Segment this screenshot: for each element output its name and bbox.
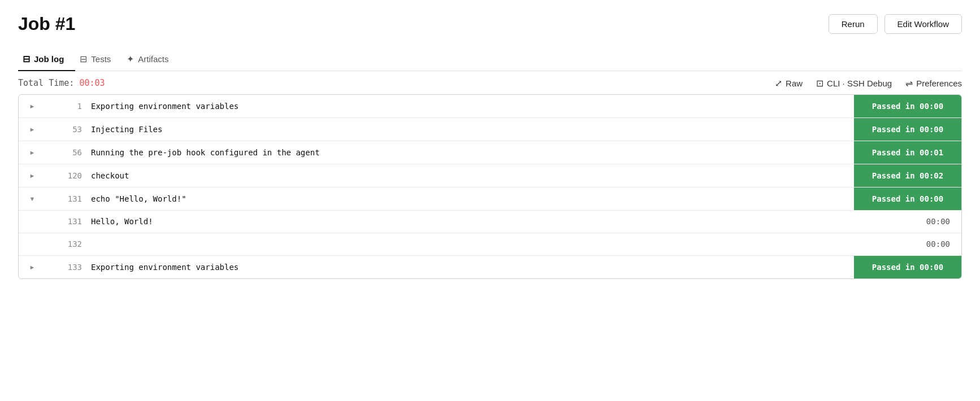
tabs: ⊟ Job log ⊟ Tests ✦ Artifacts [18, 48, 962, 71]
status-badge: Passed in 00:00 [854, 188, 961, 210]
row-text: Hello, World! [91, 211, 848, 233]
table-row: ►53Injecting FilesPassed in 00:00 [19, 118, 961, 141]
preferences-label: Preferences [916, 79, 962, 88]
row-number: 131 [46, 188, 91, 210]
job-log-icon: ⊟ [23, 54, 30, 64]
toolbar: Total Time: 00:03 ⤢ Raw ⊡ CLI · SSH Debu… [18, 71, 962, 94]
row-status: Passed in 00:00 [848, 256, 961, 278]
raw-icon: ⤢ [775, 78, 782, 89]
table-row: ►1Exporting environment variablesPassed … [19, 95, 961, 118]
status-time: 00:00 [926, 239, 961, 249]
table-row: 13200:00 [19, 233, 961, 256]
header: Job #1 Rerun Edit Workflow [18, 14, 962, 34]
row-arrow [19, 233, 46, 255]
row-status: 00:00 [848, 233, 961, 255]
table-row: ▼131echo "Hello, World!"Passed in 00:00 [19, 188, 961, 211]
cli-ssh-label: CLI · SSH Debug [827, 79, 892, 88]
row-number: 56 [46, 141, 91, 164]
row-arrow[interactable]: ► [19, 95, 46, 117]
status-badge: Passed in 00:01 [854, 141, 961, 164]
row-status: Passed in 00:00 [848, 95, 961, 117]
rerun-button[interactable]: Rerun [829, 14, 878, 34]
raw-button[interactable]: ⤢ Raw [775, 78, 803, 89]
tab-tests-label: Tests [91, 54, 111, 64]
row-text: Injecting Files [91, 118, 848, 141]
row-text: Exporting environment variables [91, 95, 848, 117]
status-badge: Passed in 00:00 [854, 95, 961, 117]
row-status: Passed in 00:00 [848, 118, 961, 141]
table-row: ►56Running the pre-job hook configured i… [19, 141, 961, 164]
status-badge: Passed in 00:00 [854, 256, 961, 278]
row-arrow[interactable]: ► [19, 256, 46, 278]
total-time: Total Time: 00:03 [18, 78, 105, 88]
raw-label: Raw [786, 79, 803, 88]
tab-artifacts[interactable]: ✦ Artifacts [122, 48, 180, 71]
row-number: 120 [46, 164, 91, 187]
total-time-value: 00:03 [79, 78, 105, 88]
tab-job-log[interactable]: ⊟ Job log [18, 48, 75, 71]
row-number: 53 [46, 118, 91, 141]
table-row: ►133Exporting environment variablesPasse… [19, 256, 961, 278]
row-number: 133 [46, 256, 91, 278]
row-status: Passed in 00:01 [848, 141, 961, 164]
row-arrow[interactable]: ► [19, 164, 46, 187]
log-table: ►1Exporting environment variablesPassed … [18, 94, 962, 279]
artifacts-icon: ✦ [127, 54, 134, 64]
header-buttons: Rerun Edit Workflow [829, 14, 962, 34]
cli-ssh-icon: ⊡ [816, 78, 823, 89]
row-text [91, 233, 848, 255]
tab-job-log-label: Job log [34, 54, 64, 64]
edit-workflow-button[interactable]: Edit Workflow [884, 14, 962, 34]
row-arrow[interactable]: ► [19, 118, 46, 141]
row-status: Passed in 00:00 [848, 188, 961, 210]
cli-ssh-button[interactable]: ⊡ CLI · SSH Debug [816, 78, 892, 89]
row-arrow [19, 211, 46, 233]
page-title: Job #1 [18, 14, 75, 34]
row-number: 132 [46, 233, 91, 255]
tab-tests[interactable]: ⊟ Tests [75, 48, 122, 71]
preferences-icon: ⇌ [905, 78, 913, 89]
row-text: Exporting environment variables [91, 256, 848, 278]
row-text: checkout [91, 164, 848, 187]
row-text: echo "Hello, World!" [91, 188, 848, 210]
tab-artifacts-label: Artifacts [138, 54, 168, 64]
table-row: 131Hello, World!00:00 [19, 211, 961, 233]
table-row: ►120checkoutPassed in 00:02 [19, 164, 961, 188]
tests-icon: ⊟ [80, 54, 87, 64]
page: Job #1 Rerun Edit Workflow ⊟ Job log ⊟ T… [0, 0, 980, 401]
toolbar-actions: ⤢ Raw ⊡ CLI · SSH Debug ⇌ Preferences [775, 78, 962, 89]
row-number: 131 [46, 211, 91, 233]
preferences-button[interactable]: ⇌ Preferences [905, 78, 962, 89]
row-arrow[interactable]: ► [19, 141, 46, 164]
total-time-label: Total Time: [18, 78, 74, 88]
row-status: Passed in 00:02 [848, 164, 961, 187]
status-time: 00:00 [926, 217, 961, 226]
row-arrow[interactable]: ▼ [19, 188, 46, 210]
status-badge: Passed in 00:00 [854, 118, 961, 141]
row-status: 00:00 [848, 211, 961, 233]
row-number: 1 [46, 95, 91, 117]
row-text: Running the pre-job hook configured in t… [91, 141, 848, 164]
status-badge: Passed in 00:02 [854, 164, 961, 187]
